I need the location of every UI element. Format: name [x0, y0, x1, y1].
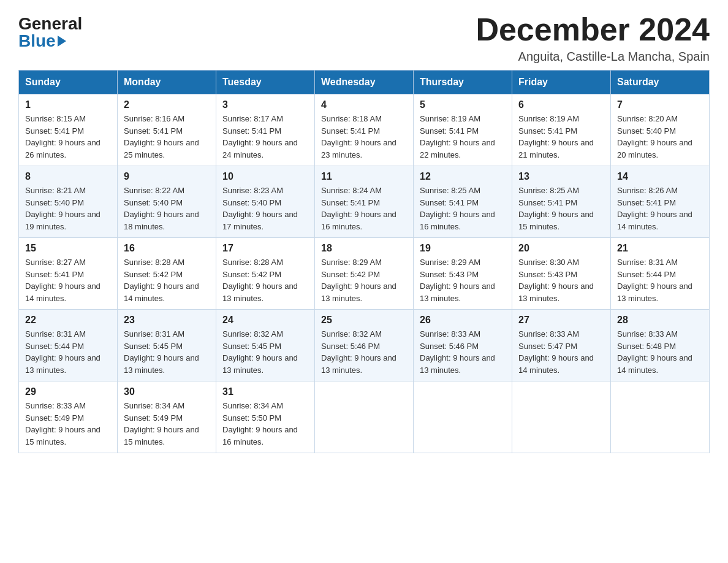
calendar-week-row: 22 Sunrise: 8:31 AMSunset: 5:44 PMDaylig…	[19, 310, 710, 381]
day-info: Sunrise: 8:17 AMSunset: 5:41 PMDaylight:…	[222, 114, 298, 159]
day-number: 19	[420, 243, 506, 254]
calendar-cell: 28 Sunrise: 8:33 AMSunset: 5:48 PMDaylig…	[611, 310, 710, 381]
calendar-cell: 13 Sunrise: 8:25 AMSunset: 5:41 PMDaylig…	[512, 166, 611, 238]
logo: General Blue	[18, 12, 82, 50]
calendar-cell	[414, 381, 512, 453]
page-header: General Blue December 2024 Anguita, Cast…	[18, 12, 710, 64]
day-number: 4	[321, 99, 407, 110]
calendar-week-row: 1 Sunrise: 8:15 AMSunset: 5:41 PMDayligh…	[19, 94, 710, 166]
day-info: Sunrise: 8:20 AMSunset: 5:40 PMDaylight:…	[617, 114, 692, 159]
calendar-cell: 19 Sunrise: 8:29 AMSunset: 5:43 PMDaylig…	[414, 238, 512, 310]
day-info: Sunrise: 8:22 AMSunset: 5:40 PMDaylight:…	[124, 186, 199, 231]
weekday-header-wednesday: Wednesday	[315, 71, 414, 94]
calendar-cell: 2 Sunrise: 8:16 AMSunset: 5:41 PMDayligh…	[118, 94, 216, 166]
day-info: Sunrise: 8:25 AMSunset: 5:41 PMDaylight:…	[420, 186, 495, 231]
day-number: 7	[617, 99, 703, 110]
weekday-header-saturday: Saturday	[611, 71, 710, 94]
calendar-cell: 17 Sunrise: 8:28 AMSunset: 5:42 PMDaylig…	[216, 238, 315, 310]
day-number: 23	[124, 315, 210, 326]
calendar-week-row: 29 Sunrise: 8:33 AMSunset: 5:49 PMDaylig…	[19, 381, 710, 453]
calendar-cell: 25 Sunrise: 8:32 AMSunset: 5:46 PMDaylig…	[315, 310, 414, 381]
day-info: Sunrise: 8:26 AMSunset: 5:41 PMDaylight:…	[617, 186, 692, 231]
day-number: 1	[25, 99, 111, 110]
month-title: December 2024	[476, 12, 710, 47]
day-info: Sunrise: 8:31 AMSunset: 5:44 PMDaylight:…	[25, 329, 100, 375]
day-info: Sunrise: 8:33 AMSunset: 5:46 PMDaylight:…	[420, 329, 495, 375]
day-number: 3	[222, 99, 308, 110]
calendar-week-row: 8 Sunrise: 8:21 AMSunset: 5:40 PMDayligh…	[19, 166, 710, 238]
day-info: Sunrise: 8:16 AMSunset: 5:41 PMDaylight:…	[124, 114, 199, 159]
day-info: Sunrise: 8:32 AMSunset: 5:45 PMDaylight:…	[222, 329, 298, 375]
calendar-cell: 1 Sunrise: 8:15 AMSunset: 5:41 PMDayligh…	[19, 94, 118, 166]
calendar-cell: 14 Sunrise: 8:26 AMSunset: 5:41 PMDaylig…	[611, 166, 710, 238]
day-number: 16	[124, 243, 210, 254]
day-number: 26	[420, 315, 506, 326]
day-number: 22	[25, 315, 111, 326]
calendar-cell: 30 Sunrise: 8:34 AMSunset: 5:49 PMDaylig…	[118, 381, 216, 453]
day-number: 14	[617, 171, 703, 182]
day-number: 9	[124, 171, 210, 182]
day-info: Sunrise: 8:24 AMSunset: 5:41 PMDaylight:…	[321, 186, 396, 231]
day-info: Sunrise: 8:30 AMSunset: 5:43 PMDaylight:…	[518, 258, 594, 303]
day-number: 31	[222, 386, 308, 397]
calendar-cell: 29 Sunrise: 8:33 AMSunset: 5:49 PMDaylig…	[19, 381, 118, 453]
day-info: Sunrise: 8:28 AMSunset: 5:42 PMDaylight:…	[222, 258, 298, 303]
calendar-cell: 18 Sunrise: 8:29 AMSunset: 5:42 PMDaylig…	[315, 238, 414, 310]
calendar-cell: 24 Sunrise: 8:32 AMSunset: 5:45 PMDaylig…	[216, 310, 315, 381]
day-number: 27	[518, 315, 604, 326]
calendar-cell: 7 Sunrise: 8:20 AMSunset: 5:40 PMDayligh…	[611, 94, 710, 166]
day-number: 29	[25, 386, 111, 397]
calendar-cell: 3 Sunrise: 8:17 AMSunset: 5:41 PMDayligh…	[216, 94, 315, 166]
weekday-header-friday: Friday	[512, 71, 611, 94]
day-info: Sunrise: 8:27 AMSunset: 5:41 PMDaylight:…	[25, 258, 100, 303]
calendar-cell: 11 Sunrise: 8:24 AMSunset: 5:41 PMDaylig…	[315, 166, 414, 238]
calendar-cell: 8 Sunrise: 8:21 AMSunset: 5:40 PMDayligh…	[19, 166, 118, 238]
day-info: Sunrise: 8:33 AMSunset: 5:47 PMDaylight:…	[518, 329, 594, 375]
calendar-cell: 27 Sunrise: 8:33 AMSunset: 5:47 PMDaylig…	[512, 310, 611, 381]
day-number: 28	[617, 315, 703, 326]
day-info: Sunrise: 8:23 AMSunset: 5:40 PMDaylight:…	[222, 186, 298, 231]
day-number: 18	[321, 243, 407, 254]
day-number: 30	[124, 386, 210, 397]
day-number: 25	[321, 315, 407, 326]
calendar-cell	[512, 381, 611, 453]
calendar-cell: 16 Sunrise: 8:28 AMSunset: 5:42 PMDaylig…	[118, 238, 216, 310]
day-number: 6	[518, 99, 604, 110]
day-number: 5	[420, 99, 506, 110]
calendar-cell: 4 Sunrise: 8:18 AMSunset: 5:41 PMDayligh…	[315, 94, 414, 166]
day-number: 2	[124, 99, 210, 110]
day-info: Sunrise: 8:31 AMSunset: 5:44 PMDaylight:…	[617, 258, 692, 303]
day-info: Sunrise: 8:34 AMSunset: 5:50 PMDaylight:…	[222, 401, 298, 446]
location-subtitle: Anguita, Castille-La Mancha, Spain	[476, 50, 710, 64]
calendar-cell: 31 Sunrise: 8:34 AMSunset: 5:50 PMDaylig…	[216, 381, 315, 453]
day-info: Sunrise: 8:33 AMSunset: 5:49 PMDaylight:…	[25, 401, 100, 446]
calendar-cell: 26 Sunrise: 8:33 AMSunset: 5:46 PMDaylig…	[414, 310, 512, 381]
day-info: Sunrise: 8:29 AMSunset: 5:43 PMDaylight:…	[420, 258, 495, 303]
day-number: 17	[222, 243, 308, 254]
day-number: 11	[321, 171, 407, 182]
day-info: Sunrise: 8:18 AMSunset: 5:41 PMDaylight:…	[321, 114, 396, 159]
day-info: Sunrise: 8:21 AMSunset: 5:40 PMDaylight:…	[25, 186, 100, 231]
calendar-cell: 10 Sunrise: 8:23 AMSunset: 5:40 PMDaylig…	[216, 166, 315, 238]
weekday-header-sunday: Sunday	[19, 71, 118, 94]
calendar-cell: 6 Sunrise: 8:19 AMSunset: 5:41 PMDayligh…	[512, 94, 611, 166]
day-number: 13	[518, 171, 604, 182]
title-block: December 2024 Anguita, Castille-La Manch…	[476, 12, 710, 64]
day-info: Sunrise: 8:31 AMSunset: 5:45 PMDaylight:…	[124, 329, 199, 375]
day-number: 15	[25, 243, 111, 254]
day-info: Sunrise: 8:28 AMSunset: 5:42 PMDaylight:…	[124, 258, 199, 303]
day-info: Sunrise: 8:34 AMSunset: 5:49 PMDaylight:…	[124, 401, 199, 446]
day-number: 8	[25, 171, 111, 182]
day-info: Sunrise: 8:32 AMSunset: 5:46 PMDaylight:…	[321, 329, 396, 375]
day-number: 20	[518, 243, 604, 254]
day-number: 21	[617, 243, 703, 254]
day-number: 24	[222, 315, 308, 326]
logo-general-text: General	[18, 15, 82, 33]
day-info: Sunrise: 8:29 AMSunset: 5:42 PMDaylight:…	[321, 258, 396, 303]
calendar-cell: 5 Sunrise: 8:19 AMSunset: 5:41 PMDayligh…	[414, 94, 512, 166]
calendar-table: SundayMondayTuesdayWednesdayThursdayFrid…	[18, 70, 710, 453]
weekday-header-monday: Monday	[118, 71, 216, 94]
calendar-cell: 22 Sunrise: 8:31 AMSunset: 5:44 PMDaylig…	[19, 310, 118, 381]
logo-triangle-icon	[58, 36, 66, 47]
calendar-cell: 15 Sunrise: 8:27 AMSunset: 5:41 PMDaylig…	[19, 238, 118, 310]
